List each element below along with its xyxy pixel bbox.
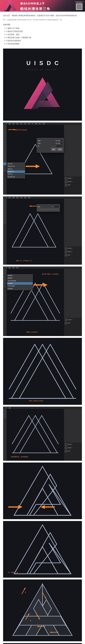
svg-marker-8 bbox=[19, 344, 76, 398]
penrose-showcase-icon bbox=[23, 76, 62, 111]
hero-qr: UISDC微信号 bbox=[75, 1, 83, 10]
svg-marker-7 bbox=[12, 344, 73, 398]
step-4-screenshot: 复制一层再次水平移动 bbox=[3, 338, 82, 405]
callout-text: 再复制两层后，按30度旋转 bbox=[11, 456, 28, 458]
layer-row[interactable]: 背景 bbox=[64, 184, 82, 187]
svg-marker-10 bbox=[13, 416, 57, 453]
callout-text: 设置不填充 描边6px bbox=[15, 129, 27, 131]
layers-panel[interactable]: 多边形 2 多边形 1 背景 bbox=[64, 176, 82, 194]
svg-marker-6 bbox=[9, 344, 66, 398]
step-2-screenshot: 文件编辑图像 图层类型选择 滤镜 多边形 2 多边形 1 背景 bbox=[3, 196, 82, 265]
step-8b-screenshot: 1 2 3 4 5 6 bbox=[3, 643, 82, 644]
penrose-icon bbox=[2, 0, 18, 12]
list-item: 5 削掉多出来的部分 bbox=[6, 39, 82, 42]
list-item: 1 做两个正三角形 bbox=[6, 27, 82, 30]
callout-text: 复制一层再次水平移动 bbox=[29, 400, 43, 402]
steps-list: 1 做两个正三角形 2 移动它们至特定位置 3 合并形状、描边 4 用多边形工具… bbox=[0, 27, 85, 47]
intro-block: @安全蛋： 潘洛斯三角看起来很复杂很有品，但是通过今天这个教程，你也可以6分钟内… bbox=[0, 12, 85, 22]
ps-panels[interactable]: 多边形 2 多边形 1 背景 bbox=[64, 199, 82, 265]
ps-toolbar[interactable] bbox=[3, 125, 7, 194]
layer-menu-dropdown[interactable]: 复制图层…删除图层转换为智能对象 合并形状合并可见图层拼合图像 bbox=[7, 274, 33, 290]
list-item: 3 合并形状、描边 bbox=[6, 33, 82, 36]
step-6-screenshot bbox=[3, 462, 82, 519]
ps-panels[interactable]: 多边形 2 多边形 1 背景 bbox=[64, 125, 82, 194]
layer-row[interactable]: 多边形 2 bbox=[64, 177, 82, 180]
layers-panel[interactable]: 多边形 2 多边形 1 背景 bbox=[64, 247, 82, 265]
penrose-outline-icon bbox=[10, 464, 75, 518]
brand-title: UISDC bbox=[27, 58, 62, 68]
hero-banner: 教你6分钟快速上手 酷炫的潘洛斯三角 UISDC微信号 bbox=[0, 0, 85, 12]
cancel-button[interactable]: 取消 bbox=[57, 148, 63, 151]
callout-text: 选中两个图层 >> 合并形状 bbox=[42, 273, 58, 275]
ps-toolbar[interactable] bbox=[3, 199, 7, 265]
layer-row[interactable]: 多边形 1 bbox=[64, 180, 82, 184]
steps-heading: 先讲步骤： bbox=[0, 23, 85, 26]
callout-text: 用「钢笔」工具 bbox=[8, 571, 18, 574]
step-1-screenshot: 文件编辑图像 图层类型选择 滤镜3D视图 窗口帮助 多边形 2 多边形 1 背景 bbox=[3, 122, 82, 194]
step-5-screenshot: 文件编辑 多边形 2 多边形 1 背景 再复制两层后，按30度旋转 bbox=[3, 406, 82, 461]
create-polygon-dialog[interactable]: 宽度： 高度： 边： 确定 取消 bbox=[37, 138, 64, 153]
author-link[interactable]: @安全蛋： bbox=[3, 14, 12, 16]
step-8-screenshot: 1 2 3 4 5 6 bbox=[3, 580, 82, 641]
step-7-screenshot: 用「钢笔」工具 bbox=[3, 521, 82, 578]
svg-marker-2 bbox=[20, 214, 56, 247]
polygon-tool[interactable] bbox=[3, 162, 7, 165]
callout-text: 调整大小以便对齐 bbox=[26, 331, 38, 333]
svg-marker-1 bbox=[12, 214, 48, 247]
poly-width-input[interactable] bbox=[55, 140, 63, 142]
shape-tool-dropdown[interactable]: 矩形工具 圆角矩形工具 椭圆工具 多边形工具 直线工具 自定形状工具 bbox=[7, 162, 25, 178]
intro-para-2: ：这里我说的是 PHOTOSHOP CC 的，和 PHOTOSHOP CS 的多… bbox=[6, 19, 63, 21]
brand-subtitle: POWER OF DESIGN bbox=[28, 68, 57, 71]
ok-button[interactable]: 确定 bbox=[51, 148, 56, 151]
step-3-screenshot: 文件编辑图像图层 多边形 2 背景 复制图层…删除图层转换为智能对象 合并形状合… bbox=[3, 266, 82, 336]
ps-menubar[interactable]: 文件编辑图像 图层类型选择 滤镜 bbox=[3, 196, 82, 199]
poly-height-input[interactable] bbox=[55, 142, 63, 144]
list-item: 4 用多边形工具做一个潘洛斯三角 bbox=[6, 36, 82, 39]
hero-title-2: 酷炫的潘洛斯三角 bbox=[20, 6, 83, 12]
list-item: 6 涂你喜欢的颜色 bbox=[6, 42, 82, 45]
callout-text: 复制一层，水平移动一层 bbox=[16, 260, 32, 262]
poly-sides-input[interactable] bbox=[55, 145, 63, 147]
stroke-width-input[interactable] bbox=[51, 206, 59, 208]
penrose-numbered-icon bbox=[9, 582, 76, 639]
final-preview: UISDC POWER OF DESIGN bbox=[3, 48, 82, 121]
qr-code-icon bbox=[76, 4, 82, 10]
two-triangles-icon bbox=[12, 211, 58, 252]
intro-para-1: 潘洛斯三角看起来很复杂很有品，但是通过今天这个教程，你也可以6分钟内快速画出来。 bbox=[12, 14, 78, 16]
hero-title-1: 教你6分钟快速上手 bbox=[20, 1, 83, 6]
ps-canvas[interactable] bbox=[7, 125, 64, 194]
ps-menubar[interactable]: 文件编辑图像 图层类型选择 滤镜3D视图 窗口帮助 bbox=[3, 122, 82, 125]
qr-label: UISDC微信号 bbox=[75, 1, 83, 3]
ps-label: PS bbox=[3, 19, 5, 21]
list-item: 2 移动它们至特定位置 bbox=[6, 30, 82, 33]
stroke-options-popup[interactable]: 描边： bbox=[37, 204, 60, 212]
